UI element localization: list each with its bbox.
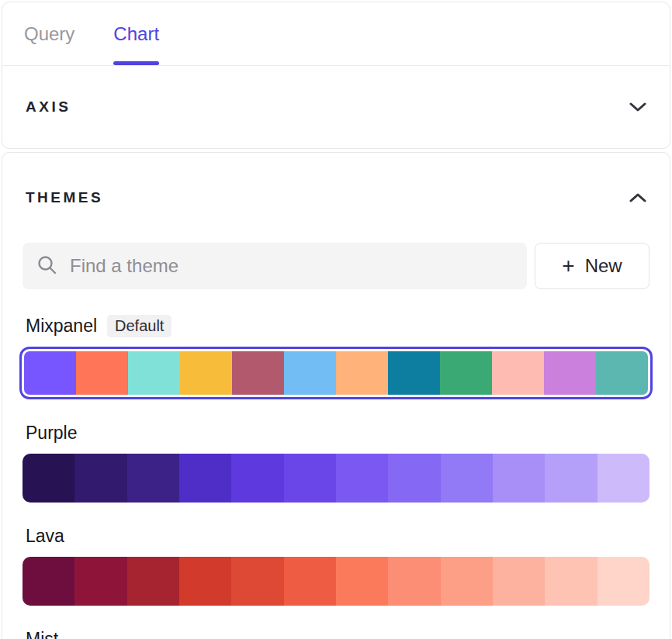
- color-swatch: [24, 351, 76, 395]
- themes-card: THEMES Find a theme + New Mixpanel Defau…: [2, 152, 670, 639]
- color-swatch: [23, 454, 74, 503]
- theme-selection-ring: [19, 347, 653, 399]
- theme-label-row: Mist: [23, 627, 649, 639]
- color-swatch: [336, 454, 388, 503]
- default-badge: Default: [107, 315, 171, 337]
- theme-swatch-row[interactable]: [24, 351, 648, 395]
- color-swatch: [284, 351, 336, 395]
- theme-name: Lava: [26, 526, 64, 547]
- color-swatch: [179, 454, 231, 503]
- color-swatch: [388, 454, 440, 503]
- color-swatch: [544, 351, 596, 395]
- themes-section-title: THEMES: [26, 189, 103, 206]
- theme-toolbar: Find a theme + New: [23, 243, 649, 289]
- theme-search-input[interactable]: Find a theme: [23, 243, 527, 289]
- query-chart-card: Query Chart AXIS: [2, 2, 670, 149]
- axis-section-title: AXIS: [26, 98, 71, 116]
- tab-query-label: Query: [24, 23, 74, 45]
- theme-label-row: Lava: [23, 524, 649, 547]
- color-swatch: [336, 351, 388, 395]
- tab-chart-label: Chart: [113, 23, 159, 45]
- search-icon: [36, 254, 57, 278]
- axis-section-header[interactable]: AXIS: [2, 66, 670, 148]
- color-swatch: [388, 557, 440, 606]
- new-theme-button-label: New: [585, 255, 622, 277]
- theme-name: Purple: [26, 423, 77, 444]
- color-swatch: [180, 351, 232, 395]
- color-swatch: [441, 454, 493, 503]
- theme-list-item: Lava: [23, 524, 649, 606]
- color-swatch: [231, 557, 283, 606]
- color-swatch: [232, 351, 284, 395]
- theme-list-item: Purple: [23, 421, 649, 503]
- tab-chart[interactable]: Chart: [113, 2, 159, 65]
- color-swatch: [493, 454, 545, 503]
- color-swatch: [388, 351, 440, 395]
- search-placeholder: Find a theme: [70, 255, 178, 277]
- theme-list-item: Mixpanel Default: [23, 314, 649, 399]
- theme-swatch-row[interactable]: [23, 454, 649, 503]
- theme-label-row: Mixpanel Default: [23, 314, 649, 337]
- color-swatch: [545, 557, 597, 606]
- color-swatch: [545, 454, 597, 503]
- theme-swatch-row[interactable]: [23, 557, 649, 606]
- color-swatch: [598, 557, 649, 606]
- color-swatch: [127, 557, 179, 606]
- new-theme-button[interactable]: + New: [535, 243, 649, 289]
- color-swatch: [128, 351, 180, 395]
- color-swatch: [598, 454, 649, 503]
- color-swatch: [284, 454, 336, 503]
- chevron-down-icon[interactable]: [629, 102, 646, 112]
- color-swatch: [492, 351, 544, 395]
- theme-selection-ring: [23, 454, 649, 503]
- color-swatch: [76, 351, 128, 395]
- color-swatch: [493, 557, 545, 606]
- active-tab-underline: [113, 61, 159, 65]
- tab-bar: Query Chart: [2, 2, 670, 66]
- theme-list-item: Mist: [23, 627, 649, 639]
- color-swatch: [284, 557, 336, 606]
- color-swatch: [440, 351, 492, 395]
- color-swatch: [74, 454, 126, 503]
- themes-section-header[interactable]: THEMES: [23, 153, 649, 243]
- color-swatch: [336, 557, 388, 606]
- tab-query[interactable]: Query: [24, 2, 74, 65]
- theme-name: Mixpanel: [26, 316, 97, 337]
- chevron-up-icon[interactable]: [629, 192, 646, 203]
- theme-list: Mixpanel Default Purple Lava Mist: [23, 314, 649, 639]
- theme-selection-ring: [23, 557, 649, 606]
- chart-settings-panel: { "tabs": { "query": "Query", "chart": "…: [0, 0, 672, 639]
- color-swatch: [179, 557, 231, 606]
- color-swatch: [596, 351, 648, 395]
- color-swatch: [441, 557, 493, 606]
- color-swatch: [127, 454, 179, 503]
- theme-label-row: Purple: [23, 421, 649, 444]
- plus-icon: +: [562, 255, 574, 277]
- theme-name: Mist: [26, 629, 58, 639]
- color-swatch: [74, 557, 126, 606]
- color-swatch: [231, 454, 283, 503]
- color-swatch: [23, 557, 74, 606]
